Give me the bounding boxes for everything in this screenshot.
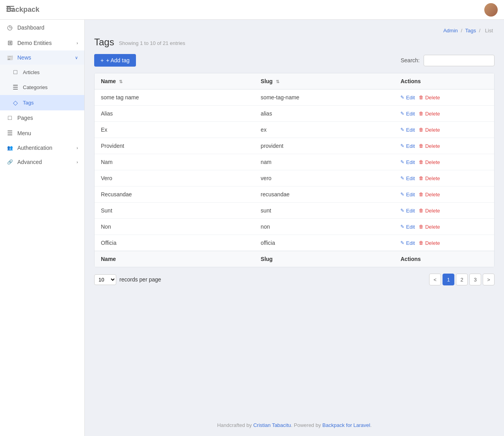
sidebar-item-dashboard[interactable]: ◷ Dashboard [0, 20, 84, 35]
edit-label: Edit [406, 111, 415, 117]
users-icon: 👥 [6, 145, 13, 151]
table-row: Recusandae recusandae ✎ Edit 🗑 Delete [95, 186, 494, 203]
edit-button[interactable]: ✎ Edit [400, 175, 415, 181]
avatar[interactable] [484, 3, 498, 17]
table-row: Alias alias ✎ Edit 🗑 Delete [95, 106, 494, 122]
cell-actions: ✎ Edit 🗑 Delete [394, 186, 494, 203]
plus-icon: + [100, 57, 104, 63]
delete-button[interactable]: 🗑 Delete [419, 208, 440, 214]
edit-label: Edit [406, 95, 415, 101]
sidebar-item-advanced[interactable]: 🔗 Advanced › [0, 155, 84, 169]
edit-icon: ✎ [400, 208, 404, 213]
delete-button[interactable]: 🗑 Delete [419, 192, 440, 198]
footer-author[interactable]: Cristian Tabacitu [253, 422, 291, 428]
cell-slug: some-tag-name [255, 89, 394, 106]
delete-button[interactable]: 🗑 Delete [419, 224, 440, 230]
table-body: some tag name some-tag-name ✎ Edit 🗑 Del… [95, 89, 494, 251]
sidebar-item-label: Articles [23, 69, 40, 75]
delete-button[interactable]: 🗑 Delete [419, 127, 440, 133]
delete-button[interactable]: 🗑 Delete [419, 143, 440, 149]
footer-powered[interactable]: Backpack for Laravel [322, 422, 370, 428]
search-input[interactable] [424, 55, 495, 66]
next-page-button[interactable]: > [483, 274, 495, 285]
delete-button[interactable]: 🗑 Delete [419, 159, 440, 165]
cell-name: Alias [95, 106, 255, 122]
pagination-bar: 10 25 50 100 records per page < 1 2 3 > [94, 274, 495, 285]
page-1-button[interactable]: 1 [443, 274, 454, 285]
cell-slug: nam [255, 154, 394, 170]
cell-actions: ✎ Edit 🗑 Delete [394, 235, 494, 251]
delete-button[interactable]: 🗑 Delete [419, 175, 440, 181]
sidebar-item-label: Menu [17, 130, 31, 136]
footer: Handcrafted by Cristian Tabacitu. Powere… [85, 414, 504, 436]
edit-button[interactable]: ✎ Edit [400, 95, 415, 101]
cell-name: Recusandae [95, 186, 255, 203]
sidebar-item-tags[interactable]: ◇ Tags [0, 95, 84, 110]
sidebar-item-news[interactable]: 📰 News ∨ [0, 50, 84, 65]
edit-label: Edit [406, 208, 415, 214]
sort-slug-icon: ⇅ [276, 79, 279, 84]
sidebar-item-authentication[interactable]: 👥 Authentication › [0, 141, 84, 155]
chevron-down-icon: ∨ [75, 55, 78, 60]
sidebar-item-label: News [17, 54, 31, 61]
cell-name: Nam [95, 154, 255, 170]
edit-button[interactable]: ✎ Edit [400, 159, 415, 165]
delete-label: Delete [425, 143, 440, 149]
edit-button[interactable]: ✎ Edit [400, 224, 415, 230]
breadcrumb-admin[interactable]: Admin [443, 28, 458, 34]
table-footer: Name Slug Actions [95, 251, 494, 267]
edit-icon: ✎ [400, 159, 404, 165]
sidebar-item-demo-entities[interactable]: ⊞ Demo Entities › [0, 35, 84, 50]
cell-actions: ✎ Edit 🗑 Delete [394, 138, 494, 154]
pagination: < 1 2 3 > [429, 274, 495, 285]
sidebar-item-categories[interactable]: ☰ Categories [0, 80, 84, 95]
prev-page-button[interactable]: < [429, 274, 441, 285]
delete-label: Delete [425, 159, 440, 165]
delete-button[interactable]: 🗑 Delete [419, 240, 440, 246]
cell-slug: provident [255, 138, 394, 154]
table-row: Ex ex ✎ Edit 🗑 Delete [95, 122, 494, 138]
sidebar-item-label: Advanced [17, 159, 42, 165]
delete-button[interactable]: 🗑 Delete [419, 111, 440, 117]
add-tag-label: + Add tag [106, 57, 130, 63]
edit-label: Edit [406, 175, 415, 181]
sidebar: ◷ Dashboard ⊞ Demo Entities › 📰 News ∨ □… [0, 20, 85, 436]
sidebar-item-articles[interactable]: □ Articles [0, 65, 84, 80]
sidebar-item-pages[interactable]: □ Pages [0, 110, 84, 125]
col-name-header[interactable]: Name ⇅ [95, 73, 255, 89]
edit-icon: ✎ [400, 192, 404, 197]
main-content: Admin / Tags / List Tags Showing 1 to 10… [85, 20, 504, 414]
edit-label: Edit [406, 127, 415, 133]
delete-label: Delete [425, 95, 440, 101]
edit-label: Edit [406, 159, 415, 165]
per-page-select[interactable]: 10 25 50 100 [94, 274, 116, 285]
trash-icon: 🗑 [419, 240, 424, 246]
breadcrumb: Admin / Tags / List [94, 28, 495, 34]
edit-button[interactable]: ✎ Edit [400, 127, 415, 133]
clock-icon: ◷ [6, 24, 13, 31]
add-tag-button[interactable]: + + Add tag [94, 54, 136, 67]
col-slug-header[interactable]: Slug ⇅ [255, 73, 394, 89]
delete-button[interactable]: 🗑 Delete [419, 95, 440, 101]
delete-label: Delete [425, 175, 440, 181]
breadcrumb-tags[interactable]: Tags [465, 28, 476, 34]
page-3-button[interactable]: 3 [469, 274, 481, 285]
edit-button[interactable]: ✎ Edit [400, 192, 415, 198]
edit-button[interactable]: ✎ Edit [400, 208, 415, 214]
edit-button[interactable]: ✎ Edit [400, 111, 415, 117]
page-2-button[interactable]: 2 [456, 274, 468, 285]
records-per-page: 10 25 50 100 records per page [94, 274, 161, 285]
news-icon: 📰 [6, 55, 13, 61]
trash-icon: 🗑 [419, 95, 424, 100]
trash-icon: 🗑 [419, 143, 424, 149]
edit-label: Edit [406, 143, 415, 149]
edit-button[interactable]: ✎ Edit [400, 240, 415, 246]
delete-label: Delete [425, 192, 440, 198]
cell-slug: recusandae [255, 186, 394, 203]
sidebar-item-menu[interactable]: ☰ Menu [0, 125, 84, 141]
cell-name: Officia [95, 235, 255, 251]
sidebar-item-label: Categories [23, 84, 48, 90]
edit-label: Edit [406, 224, 415, 230]
edit-label: Edit [406, 192, 415, 198]
edit-button[interactable]: ✎ Edit [400, 143, 415, 149]
